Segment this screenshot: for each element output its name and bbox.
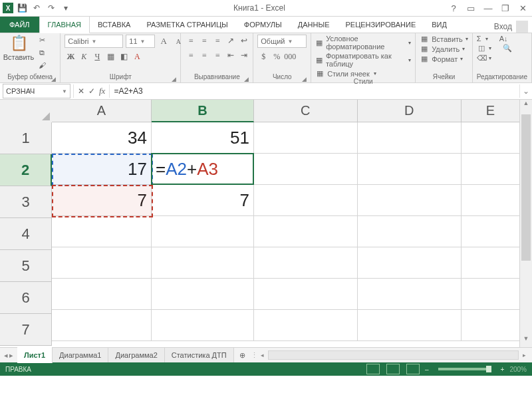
cell-A3[interactable]: 7 [52, 185, 152, 216]
cell-D2[interactable] [358, 154, 462, 185]
copy-button[interactable]: ⧉ [36, 47, 48, 58]
cell-A5[interactable] [52, 247, 152, 279]
cell-B3[interactable]: 7 [152, 185, 254, 216]
align-center[interactable]: ≡ [198, 49, 210, 61]
insert-function[interactable]: fx [99, 86, 105, 96]
sort-filter-icon[interactable]: A↓ [499, 35, 508, 43]
view-page-break[interactable] [406, 364, 420, 374]
name-box[interactable]: СРЗНАЧ▼ [3, 84, 70, 98]
tab-page-layout[interactable]: РАЗМЕТКА СТРАНИЦЫ [138, 17, 235, 33]
align-right[interactable]: ≡ [211, 49, 223, 61]
format-painter[interactable]: 🖌 [36, 60, 48, 70]
align-middle[interactable]: ≡ [198, 35, 210, 47]
cell-D3[interactable] [358, 185, 462, 216]
underline-button[interactable]: Ч [91, 51, 103, 63]
qat-customize[interactable]: ▾ [60, 2, 72, 14]
cell-B5[interactable] [152, 247, 254, 279]
bold-button[interactable]: Ж [65, 51, 76, 63]
scroll-up-arrow[interactable]: ▲ [520, 100, 532, 112]
avatar-icon[interactable] [516, 21, 528, 33]
column-header-D[interactable]: D [358, 100, 462, 122]
accounting-format[interactable]: $ [257, 51, 269, 63]
cell-A4[interactable] [52, 216, 152, 247]
autosum[interactable]: Σ▾ A↓ [477, 35, 512, 43]
tab-file[interactable]: ФАЙЛ [0, 17, 39, 33]
cell-styles[interactable]: ▦Стили ячеек▾ [315, 69, 411, 78]
cell-E6[interactable] [462, 279, 520, 310]
cell-C5[interactable] [254, 247, 358, 279]
font-size-combo[interactable]: 11▼ [126, 35, 155, 48]
merge-center[interactable]: ⇥ [238, 49, 250, 61]
orientation-button[interactable]: ↗ [225, 35, 237, 47]
align-bottom[interactable]: ≡ [211, 35, 223, 47]
cell-B6[interactable] [152, 279, 254, 310]
zoom-level[interactable]: 200% [509, 366, 527, 373]
font-dialog-launcher[interactable]: ◢ [172, 76, 176, 82]
row-header-6[interactable]: 6 [0, 282, 52, 314]
zoom-slider[interactable] [438, 368, 491, 370]
horizontal-scrollbar[interactable] [268, 350, 519, 360]
tab-formulas[interactable]: ФОРМУЛЫ [236, 17, 290, 33]
sheet-tab-3[interactable]: Статистика ДТП [165, 348, 234, 362]
insert-cells[interactable]: ▦Вставить▾ [420, 35, 468, 43]
decrease-indent[interactable]: ⇤ [225, 49, 237, 61]
italic-button[interactable]: К [78, 51, 90, 63]
sheet-tab-2[interactable]: Диаграмма2 [108, 348, 164, 362]
percent-format[interactable]: % [271, 51, 283, 63]
sheet-nav-next[interactable]: ▸ [9, 351, 13, 360]
cell-D5[interactable] [358, 247, 462, 279]
tab-data[interactable]: ДАННЫЕ [290, 17, 338, 33]
cell-D4[interactable] [358, 216, 462, 247]
cell-E2[interactable] [462, 154, 520, 185]
cell-D7[interactable] [358, 310, 462, 341]
column-header-C[interactable]: C [254, 100, 358, 122]
clipboard-dialog-launcher[interactable]: ◢ [51, 76, 56, 82]
font-color-button[interactable]: A [131, 51, 143, 63]
vertical-scrollbar[interactable]: ▲ ▼ [519, 100, 532, 347]
expand-formula-bar[interactable]: ⌄ [519, 84, 532, 98]
cells-area[interactable]: 345117=A2+A377 [52, 122, 520, 347]
cell-B2[interactable]: =A2+A3 [152, 154, 254, 185]
tab-home[interactable]: ГЛАВНАЯ [39, 16, 90, 33]
cell-A2[interactable]: 17 [52, 154, 152, 185]
zoom-in[interactable]: + [501, 366, 505, 373]
cancel-formula[interactable]: ✕ [78, 86, 84, 96]
qat-undo[interactable]: ↶ [31, 2, 43, 14]
cell-D6[interactable] [358, 279, 462, 310]
tab-review[interactable]: РЕЦЕНЗИРОВАНИЕ [337, 17, 424, 33]
enter-formula[interactable]: ✓ [88, 86, 95, 96]
delete-cells[interactable]: ▦Удалить▾ [420, 45, 468, 53]
row-header-3[interactable]: 3 [0, 186, 52, 218]
qat-save[interactable]: 💾 [16, 2, 28, 14]
select-all-corner[interactable] [0, 100, 53, 123]
align-left[interactable]: ≡ [185, 49, 197, 61]
scroll-down-arrow[interactable]: ▼ [520, 335, 532, 347]
cell-D1[interactable] [358, 122, 462, 154]
vscroll-thumb[interactable] [521, 114, 531, 261]
column-header-E[interactable]: E [462, 100, 520, 122]
hscroll-left[interactable]: ◂ [257, 352, 268, 358]
row-header-1[interactable]: 1 [0, 122, 52, 154]
zoom-out[interactable]: – [425, 366, 429, 373]
ribbon-options[interactable]: ▭ [464, 3, 477, 13]
sheet-tab-active[interactable]: Лист1 [17, 346, 53, 363]
sheet-tab-1[interactable]: Диаграмма1 [53, 348, 108, 362]
cell-E4[interactable] [462, 216, 520, 247]
cell-C4[interactable] [254, 216, 358, 247]
cell-E5[interactable] [462, 247, 520, 279]
restore-button[interactable]: ❐ [499, 3, 512, 13]
format-cells[interactable]: ▦Формат▾ [420, 55, 468, 63]
format-as-table[interactable]: ▦Форматировать как таблицу▾ [315, 52, 411, 68]
row-header-4[interactable]: 4 [0, 218, 52, 250]
hscroll-right[interactable]: ▸ [519, 352, 529, 358]
clear-button[interactable]: ⌫▾ [477, 54, 512, 63]
cut-button[interactable]: ✂ [36, 35, 48, 45]
tab-insert[interactable]: ВСТАВКА [90, 17, 138, 33]
cell-B4[interactable] [152, 216, 254, 247]
help-button[interactable]: ? [447, 3, 460, 13]
cell-B7[interactable] [152, 310, 254, 341]
cell-C2[interactable] [254, 154, 358, 185]
border-button[interactable]: ▦ [104, 51, 116, 63]
cell-E1[interactable] [462, 122, 520, 154]
wrap-text[interactable]: ↩ [238, 35, 250, 47]
